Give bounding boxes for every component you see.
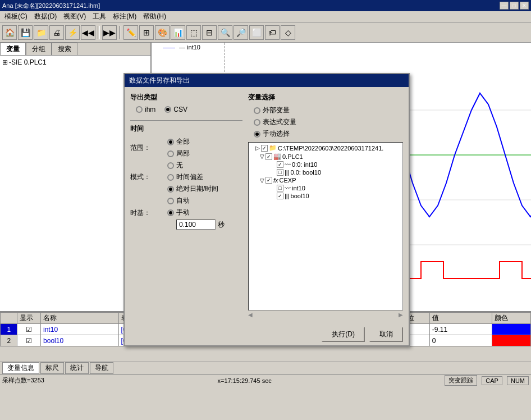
- row1-name[interactable]: int10: [41, 324, 119, 335]
- tree-node-cexp[interactable]: ▽ ✓ fx CEXP: [250, 176, 401, 184]
- btn-cap[interactable]: CAP: [482, 376, 502, 385]
- radio-mode-absolute[interactable]: [167, 186, 174, 193]
- root-expand[interactable]: ▷: [255, 145, 260, 151]
- toolbar-icon-5[interactable]: ⚡: [65, 25, 80, 40]
- radio-mode-timediff[interactable]: [167, 174, 174, 181]
- separator-1: [130, 120, 242, 121]
- close-button[interactable]: ✕: [520, 2, 529, 10]
- timebase-manual-option[interactable]: 手动: [167, 208, 225, 217]
- app-title: Ana [未命名][20220603171241.ihm]: [2, 2, 100, 10]
- menu-data[interactable]: 数据(D): [31, 11, 61, 22]
- mode-none-option[interactable]: 无: [167, 161, 218, 170]
- cancel-button[interactable]: 取消: [369, 327, 403, 342]
- row2-name[interactable]: bool10: [41, 335, 119, 346]
- tree-node-int10[interactable]: ✓ 〰 0:0: int10: [250, 161, 401, 168]
- cexp-check[interactable]: ✓: [266, 177, 272, 184]
- tree-node-cexp-bool10[interactable]: ✓ ||| bool10: [250, 192, 401, 200]
- tab-ruler[interactable]: 标尺: [40, 362, 64, 374]
- export-ihm-option[interactable]: ihm: [136, 106, 155, 113]
- btn-mutation-track[interactable]: 突变跟踪: [445, 375, 477, 386]
- toolbar-icon-12[interactable]: ⬚: [186, 25, 201, 40]
- tab-search[interactable]: 搜索: [52, 43, 77, 55]
- var-expr-option[interactable]: 表达式变量: [254, 117, 403, 127]
- menu-view[interactable]: 视图(V): [60, 11, 89, 22]
- toolbar-icon-1[interactable]: 🏠: [2, 25, 17, 40]
- tab-group[interactable]: 分组: [26, 43, 52, 55]
- save-export-dialog[interactable]: 数据文件另存和导出 导出类型 ihm CSV: [123, 73, 410, 346]
- row1-value: -9.11: [429, 324, 492, 335]
- bool10-label: 0.0: bool10: [291, 169, 321, 176]
- toolbar-icon-6[interactable]: ◀◀: [81, 25, 95, 40]
- radio-csv[interactable]: [164, 106, 171, 113]
- cexp-bool10-check[interactable]: ✓: [277, 193, 283, 199]
- radio-ihm[interactable]: [136, 106, 143, 113]
- menu-mark[interactable]: 标注(M): [109, 11, 140, 22]
- toolbar-icon-7[interactable]: ▶▶: [102, 25, 117, 40]
- btn-num[interactable]: NUM: [507, 376, 529, 385]
- row1-show[interactable]: ☑: [17, 324, 41, 335]
- range-all-option[interactable]: 全部: [167, 137, 190, 147]
- range-label: 范围：: [130, 143, 158, 153]
- menu-tools[interactable]: 工具: [89, 11, 109, 22]
- menu-help[interactable]: 帮助(H): [140, 11, 170, 22]
- mode-absolute-option[interactable]: 绝对日期/时间: [167, 184, 218, 194]
- toolbar-icon-11[interactable]: 📊: [171, 25, 185, 40]
- var-ext-option[interactable]: 外部变量: [254, 106, 403, 115]
- minimize-button[interactable]: —: [500, 2, 509, 10]
- cexp-expand[interactable]: ▽: [260, 177, 264, 184]
- tree-node-plc1[interactable]: ▽ ✓ 🏭 0.PLC1: [250, 152, 401, 161]
- tree-node-root[interactable]: ▷ ✓ 📁 C:\TEMP\20220603\20220603171241.: [250, 144, 401, 152]
- row2-value: 0: [429, 335, 492, 346]
- cexp-int10-check[interactable]: □: [277, 185, 283, 191]
- root-check[interactable]: ✓: [261, 145, 268, 152]
- toolbar-icon-2[interactable]: 💾: [18, 25, 33, 40]
- toolbar-icon-18[interactable]: ◇: [281, 25, 295, 40]
- toolbar-icon-4[interactable]: 🖨: [49, 25, 64, 40]
- toolbar-icon-14[interactable]: 🔍: [218, 25, 232, 40]
- execute-button[interactable]: 执行(D): [322, 327, 365, 342]
- range-options: 全部 局部: [167, 137, 190, 158]
- radio-ihm-label: ihm: [145, 106, 155, 113]
- export-csv-option[interactable]: CSV: [164, 106, 187, 113]
- menu-template[interactable]: 模板(C): [1, 11, 31, 22]
- toolbar-icon-17[interactable]: 🏷: [265, 25, 280, 40]
- toolbar-icon-3[interactable]: 📁: [34, 25, 48, 40]
- tree-node-bool10[interactable]: □ ||| 0.0: bool10: [250, 168, 401, 176]
- sample-count: 采样点数=3253: [2, 376, 44, 385]
- radio-mode-none[interactable]: [167, 162, 174, 169]
- plc1-check[interactable]: ✓: [266, 153, 272, 160]
- radio-var-ext[interactable]: [254, 107, 260, 114]
- plc1-expand[interactable]: ▽: [260, 153, 264, 159]
- timebase-value-input[interactable]: [176, 220, 216, 230]
- tree-node-cexp-int10[interactable]: □ 〰 int10: [250, 184, 401, 192]
- mode-timediff-option[interactable]: 时间偏差: [167, 172, 218, 182]
- radio-var-expr-label: 表达式变量: [263, 117, 296, 127]
- range-partial-option[interactable]: 局部: [167, 149, 190, 158]
- tab-nav[interactable]: 导航: [90, 362, 113, 374]
- radio-timebase-auto[interactable]: [167, 198, 174, 204]
- tree-root[interactable]: ⊞ -SIE 0.PLC1: [2, 58, 148, 67]
- radio-range-all[interactable]: [167, 139, 174, 145]
- toolbar-icon-8[interactable]: ✏️: [123, 25, 138, 40]
- toolbar-icon-13[interactable]: ⊟: [202, 25, 217, 40]
- toolbar-icon-15[interactable]: 🔎: [234, 25, 248, 40]
- int10-check[interactable]: ✓: [277, 161, 283, 168]
- tab-variable[interactable]: 变量: [0, 43, 26, 55]
- tab-stats[interactable]: 统计: [65, 362, 89, 374]
- timebase-auto-option[interactable]: 自动: [167, 196, 225, 206]
- tab-varinfo[interactable]: 变量信息: [2, 362, 39, 374]
- radio-range-partial[interactable]: [167, 150, 174, 157]
- var-select-tree[interactable]: ▷ ✓ 📁 C:\TEMP\20220603\20220603171241. ▽…: [248, 142, 403, 311]
- toolbar-icon-16[interactable]: ⬜: [249, 25, 264, 40]
- row2-show[interactable]: ☑: [17, 335, 41, 346]
- bool10-check[interactable]: □: [277, 169, 283, 176]
- radio-timebase-manual[interactable]: [167, 209, 174, 216]
- maximize-button[interactable]: □: [510, 2, 519, 10]
- col-num: [1, 313, 17, 324]
- var-manual-option[interactable]: 手动选择: [254, 129, 403, 139]
- tree-root-label: -SIE 0.PLC1: [9, 58, 47, 66]
- radio-var-manual[interactable]: [254, 131, 260, 138]
- toolbar-icon-10[interactable]: 🎨: [155, 25, 170, 40]
- radio-var-expr[interactable]: [254, 119, 260, 126]
- toolbar-icon-9[interactable]: ⊞: [139, 25, 154, 40]
